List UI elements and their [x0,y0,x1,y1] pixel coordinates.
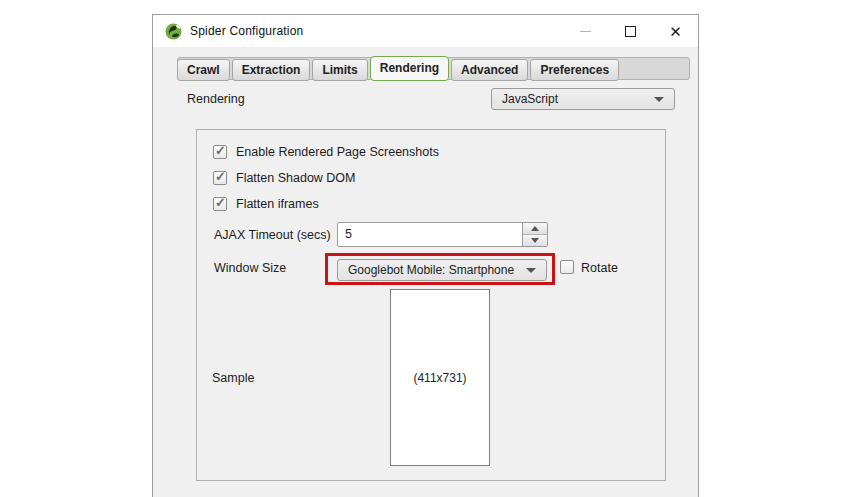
screenshots-checkbox-label: Enable Rendered Page Screenshots [236,145,439,159]
close-icon: ✕ [669,24,682,39]
desktop-background: Spider Configuration ✕ Crawl Extraction … [0,0,850,497]
iframes-checkbox-row: ✓ Flatten iframes [213,196,319,212]
minimize-icon [580,31,591,32]
window-title: Spider Configuration [190,24,303,38]
spinner-up-button[interactable] [523,223,547,235]
sample-label: Sample [212,371,254,385]
checkmark-icon: ✓ [215,143,226,158]
rendering-mode-dropdown[interactable]: JavaScript [491,88,675,110]
tab-rendering[interactable]: Rendering [370,56,449,81]
maximize-button[interactable] [608,15,653,47]
tab-advanced[interactable]: Advanced [451,59,528,81]
shadow-dom-checkbox-label: Flatten Shadow DOM [236,171,356,185]
tab-preferences[interactable]: Preferences [530,59,619,81]
iframes-checkbox[interactable]: ✓ [213,197,227,211]
tab-extraction[interactable]: Extraction [232,59,311,81]
window-size-value: Googlebot Mobile: Smartphone [348,263,514,277]
screenshots-checkbox[interactable]: ✓ [213,145,227,159]
chevron-down-icon [526,268,536,273]
rendering-options-panel: ✓ Enable Rendered Page Screenshots ✓ Fla… [196,129,666,481]
minimize-button[interactable] [563,15,608,47]
shadow-dom-checkbox-row: ✓ Flatten Shadow DOM [213,170,356,186]
arrow-up-icon [531,226,539,231]
close-button[interactable]: ✕ [653,15,698,47]
checkmark-icon: ✓ [215,195,226,210]
ajax-timeout-spinner [522,223,547,246]
ajax-timeout-value: 5 [338,223,522,246]
rendering-mode-value: JavaScript [502,92,558,106]
rotate-label: Rotate [581,261,618,275]
maximize-icon [625,26,636,37]
arrow-down-icon [531,238,539,243]
chevron-down-icon [654,97,664,102]
sample-dimensions: (411x731) [413,371,466,385]
title-bar[interactable]: Spider Configuration ✕ [153,15,698,47]
checkmark-icon: ✓ [215,169,226,184]
tab-limits[interactable]: Limits [312,59,367,81]
shadow-dom-checkbox[interactable]: ✓ [213,171,227,185]
spider-configuration-dialog: Spider Configuration ✕ Crawl Extraction … [152,14,699,497]
tab-crawl[interactable]: Crawl [177,59,230,81]
window-size-label: Window Size [214,261,286,275]
window-controls: ✕ [563,15,698,47]
sample-viewport-preview: (411x731) [390,289,490,466]
iframes-checkbox-label: Flatten iframes [236,197,319,211]
rendering-label: Rendering [187,92,245,106]
screaming-frog-icon [165,23,182,40]
screenshots-checkbox-row: ✓ Enable Rendered Page Screenshots [213,144,439,160]
tabs: Crawl Extraction Limits Rendering Advanc… [177,55,619,81]
ajax-timeout-label: AJAX Timeout (secs) [214,228,331,242]
ajax-timeout-input[interactable]: 5 [337,222,548,247]
spinner-down-button[interactable] [523,235,547,246]
rotate-checkbox[interactable] [560,260,574,274]
window-size-dropdown[interactable]: Googlebot Mobile: Smartphone [337,259,547,281]
